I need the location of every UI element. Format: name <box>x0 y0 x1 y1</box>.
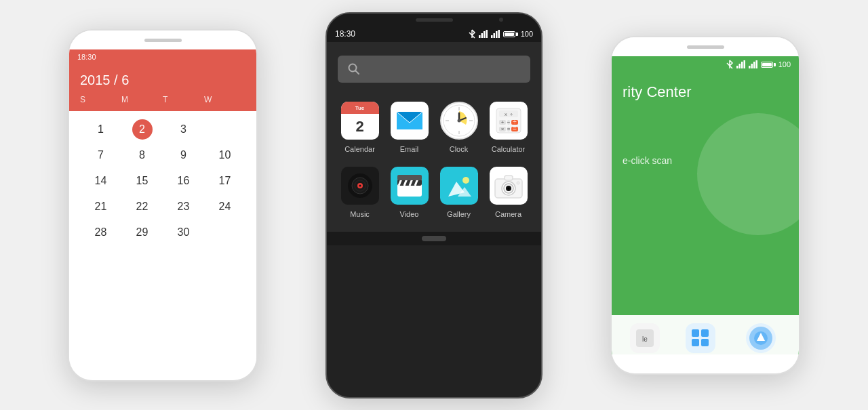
svg-rect-71 <box>692 339 699 346</box>
right-speaker <box>687 45 724 49</box>
app-item-video[interactable]: Video <box>387 167 431 218</box>
phone-right: 100 rity Center e-click scan <box>610 36 800 375</box>
security-app-item-le[interactable]: le le <box>630 323 660 354</box>
center-status-bar: 18:30 <box>327 26 541 42</box>
right-status-icons: 100 <box>726 60 791 69</box>
svg-rect-60 <box>738 64 741 68</box>
app-item-gallery[interactable]: Gallery <box>437 167 481 218</box>
app-item-camera[interactable]: Camera <box>486 167 530 218</box>
gallery-icon-svg <box>446 172 473 199</box>
app-item-calculator[interactable]: x ÷ + − ÷ × = = Calculator <box>486 102 530 153</box>
cal-cell[interactable]: 28 <box>80 220 121 245</box>
svg-text:=: = <box>513 125 517 132</box>
svg-rect-62 <box>743 60 745 68</box>
day-s: S <box>80 95 121 104</box>
search-icon <box>347 62 361 76</box>
left-screen: 18:30 2015 / 6 S M T W 1 2 3 7 <box>69 49 256 361</box>
svg-rect-6 <box>496 31 498 38</box>
cal-cell[interactable]: 1 <box>80 117 121 142</box>
app-row-1: Tue 2 Calendar Email <box>338 102 530 153</box>
cal-cell[interactable]: 10 <box>204 142 245 168</box>
svg-text:+: + <box>500 119 504 125</box>
battery-icon <box>503 31 518 37</box>
security-app-item-appclean[interactable]: App clean <box>686 323 715 354</box>
le-app-icon: le <box>630 323 660 353</box>
left-time: 18:30 <box>77 53 96 61</box>
cal-cell[interactable]: 29 <box>121 220 163 245</box>
svg-rect-7 <box>498 30 500 38</box>
svg-rect-64 <box>751 64 753 68</box>
cal-cell[interactable]: 17 <box>204 168 245 194</box>
svg-rect-57 <box>505 176 513 180</box>
security-screen: rity Center e-click scan le le <box>612 73 799 354</box>
calendar-header: 2015 / 6 S M T W <box>69 64 256 111</box>
bluetooth-icon-right <box>726 60 734 69</box>
calendar-body: 1 2 3 7 8 9 10 14 15 16 17 21 22 23 24 <box>69 111 256 251</box>
svg-rect-72 <box>701 339 709 346</box>
center-bottom-bar <box>327 232 541 245</box>
cal-cell[interactable]: 24 <box>204 194 245 220</box>
svg-rect-65 <box>753 62 755 68</box>
center-time: 18:30 <box>335 29 355 39</box>
cal-cell[interactable]: 8 <box>121 142 163 168</box>
cal-cell[interactable]: 21 <box>80 194 121 220</box>
appclean-app-icon <box>686 323 715 353</box>
cal-cell[interactable]: 3 <box>163 117 204 142</box>
svg-rect-3 <box>486 30 488 38</box>
svg-text:−: − <box>507 119 510 125</box>
svg-line-9 <box>356 71 359 75</box>
camera-app-label: Camera <box>495 210 521 218</box>
calculator-icon-svg: x ÷ + − ÷ × = = <box>495 107 522 134</box>
cal-cell[interactable]: 30 <box>163 220 204 245</box>
video-app-icon <box>391 167 429 205</box>
app-item-clock[interactable]: Clock <box>437 102 481 153</box>
phone-left: 18:30 2015 / 6 S M T W 1 2 3 7 <box>68 29 258 382</box>
battery-level-right: 100 <box>778 60 791 68</box>
svg-point-56 <box>507 188 509 190</box>
svg-rect-69 <box>692 329 699 337</box>
appclean-icon-svg <box>690 327 711 349</box>
video-app-label: Video <box>400 210 419 218</box>
calendar-year-month: 2015 / 6 <box>80 73 245 88</box>
le-icon-svg: le <box>635 329 654 348</box>
signal-icon-right-2 <box>749 60 758 68</box>
signal-icon-2 <box>491 30 500 38</box>
svg-text:×: × <box>500 126 504 132</box>
security-app-item-traffic[interactable]: Traffic mana... <box>742 323 781 354</box>
app-row-2: Music <box>338 167 530 218</box>
cal-cell[interactable]: 9 <box>163 142 204 168</box>
svg-rect-47 <box>397 175 422 180</box>
email-app-icon <box>391 102 429 140</box>
left-status-bar: 18:30 <box>69 49 256 64</box>
cal-cell[interactable]: 16 <box>163 168 204 194</box>
app-item-email[interactable]: Email <box>387 102 431 153</box>
cal-cell[interactable]: 22 <box>121 194 163 220</box>
home-button[interactable] <box>422 236 446 241</box>
app-item-calendar[interactable]: Tue 2 Calendar <box>338 102 382 153</box>
svg-rect-63 <box>749 66 751 68</box>
search-bar[interactable] <box>338 56 530 83</box>
day-m: M <box>121 95 163 104</box>
cal-cell[interactable]: 23 <box>163 194 204 220</box>
security-title: rity Center <box>612 73 799 101</box>
day-w: W <box>204 95 245 104</box>
cal-cell[interactable]: 15 <box>121 168 163 194</box>
left-phone-top <box>69 30 256 49</box>
clock-icon-svg <box>443 104 475 137</box>
right-screen: 100 rity Center e-click scan <box>612 56 799 354</box>
right-phone-top <box>612 37 799 56</box>
svg-rect-1 <box>481 33 483 38</box>
battery-level: 100 <box>521 30 533 38</box>
cal-cell-today[interactable]: 2 <box>121 117 163 142</box>
cal-cell[interactable]: 14 <box>80 168 121 194</box>
calendar-days-header: S M T W <box>80 95 245 104</box>
app-item-music[interactable]: Music <box>338 167 382 218</box>
phone-center: 18:30 <box>326 12 542 398</box>
svg-text:=: = <box>507 126 510 132</box>
music-app-icon <box>341 167 379 205</box>
svg-rect-0 <box>479 35 481 38</box>
svg-point-58 <box>517 182 519 184</box>
cal-icon-num: 2 <box>341 114 379 140</box>
cal-cell-empty <box>204 220 245 245</box>
cal-cell[interactable]: 7 <box>80 142 121 168</box>
